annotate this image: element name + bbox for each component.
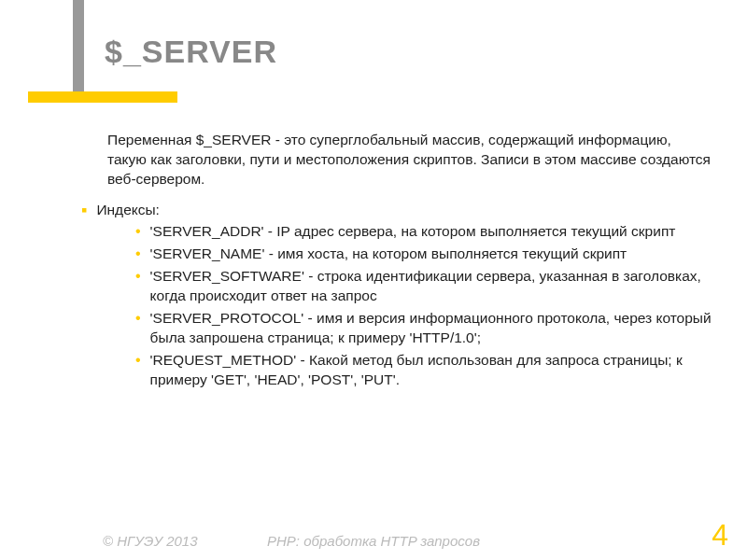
- list-item: • 'SERVER_NAME' - имя хоста, на котором …: [107, 245, 714, 264]
- index-label: Индексы:: [96, 201, 160, 220]
- item-text: 'SERVER_ADDR' - IP адрес сервера, на кот…: [150, 222, 676, 242]
- decor-horizontal-bar: [28, 91, 177, 103]
- index-heading-row: ▪ Индексы:: [107, 201, 714, 221]
- bullet-icon: •: [135, 245, 141, 264]
- list-item: • 'SERVER_ADDR' - IP адрес сервера, на к…: [107, 222, 714, 242]
- footer-subject: PHP: обработка HTTP запросов: [0, 533, 747, 549]
- index-items: • 'SERVER_ADDR' - IP адрес сервера, на к…: [107, 222, 714, 389]
- slide-content: Переменная $_SERVER - это суперглобальны…: [107, 131, 714, 393]
- list-item: • 'REQUEST_METHOD' - Какой метод был исп…: [107, 351, 714, 390]
- list-item: • 'SERVER_SOFTWARE' - строка идентификац…: [107, 267, 714, 306]
- item-text: 'SERVER_NAME' - имя хоста, на котором вы…: [150, 245, 627, 264]
- decor-vertical-bar: [73, 0, 84, 103]
- slide-title: $_SERVER: [105, 34, 277, 70]
- bullet-icon: •: [135, 222, 141, 242]
- intro-text: Переменная $_SERVER - это суперглобальны…: [107, 131, 714, 189]
- item-text: 'SERVER_PROTOCOL' - имя и версия информа…: [150, 309, 714, 348]
- list-item: • 'SERVER_PROTOCOL' - имя и версия инфор…: [107, 309, 714, 348]
- bullet-icon: ▪: [81, 201, 87, 221]
- bullet-icon: •: [135, 267, 141, 287]
- bullet-icon: •: [135, 309, 141, 329]
- item-text: 'SERVER_SOFTWARE' - строка идентификации…: [150, 267, 714, 306]
- item-text: 'REQUEST_METHOD' - Какой метод был испол…: [150, 351, 714, 390]
- page-number: 4: [712, 518, 728, 553]
- bullet-icon: •: [135, 351, 141, 371]
